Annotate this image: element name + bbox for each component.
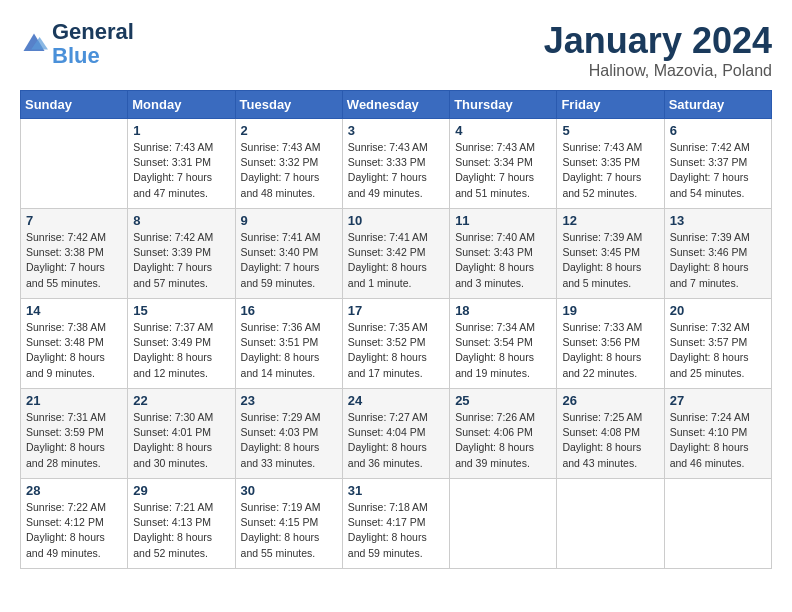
day-detail: Sunrise: 7:41 AMSunset: 3:40 PMDaylight:… (241, 230, 337, 291)
calendar-week-row: 1Sunrise: 7:43 AMSunset: 3:31 PMDaylight… (21, 119, 772, 209)
day-detail: Sunrise: 7:29 AMSunset: 4:03 PMDaylight:… (241, 410, 337, 471)
day-detail: Sunrise: 7:21 AMSunset: 4:13 PMDaylight:… (133, 500, 229, 561)
calendar-cell: 23Sunrise: 7:29 AMSunset: 4:03 PMDayligh… (235, 389, 342, 479)
day-number: 12 (562, 213, 658, 228)
logo: General Blue (20, 20, 134, 68)
calendar-cell: 22Sunrise: 7:30 AMSunset: 4:01 PMDayligh… (128, 389, 235, 479)
calendar-cell: 5Sunrise: 7:43 AMSunset: 3:35 PMDaylight… (557, 119, 664, 209)
day-detail: Sunrise: 7:43 AMSunset: 3:35 PMDaylight:… (562, 140, 658, 201)
day-detail: Sunrise: 7:43 AMSunset: 3:33 PMDaylight:… (348, 140, 444, 201)
calendar-cell: 3Sunrise: 7:43 AMSunset: 3:33 PMDaylight… (342, 119, 449, 209)
day-number: 28 (26, 483, 122, 498)
calendar-cell: 10Sunrise: 7:41 AMSunset: 3:42 PMDayligh… (342, 209, 449, 299)
day-number: 3 (348, 123, 444, 138)
day-detail: Sunrise: 7:27 AMSunset: 4:04 PMDaylight:… (348, 410, 444, 471)
day-detail: Sunrise: 7:43 AMSunset: 3:32 PMDaylight:… (241, 140, 337, 201)
day-detail: Sunrise: 7:31 AMSunset: 3:59 PMDaylight:… (26, 410, 122, 471)
day-number: 25 (455, 393, 551, 408)
calendar-cell: 14Sunrise: 7:38 AMSunset: 3:48 PMDayligh… (21, 299, 128, 389)
calendar-cell: 27Sunrise: 7:24 AMSunset: 4:10 PMDayligh… (664, 389, 771, 479)
calendar-cell: 18Sunrise: 7:34 AMSunset: 3:54 PMDayligh… (450, 299, 557, 389)
calendar-header-row: SundayMondayTuesdayWednesdayThursdayFrid… (21, 91, 772, 119)
day-number: 6 (670, 123, 766, 138)
calendar-cell: 19Sunrise: 7:33 AMSunset: 3:56 PMDayligh… (557, 299, 664, 389)
day-detail: Sunrise: 7:39 AMSunset: 3:46 PMDaylight:… (670, 230, 766, 291)
day-detail: Sunrise: 7:32 AMSunset: 3:57 PMDaylight:… (670, 320, 766, 381)
day-number: 27 (670, 393, 766, 408)
calendar-cell: 9Sunrise: 7:41 AMSunset: 3:40 PMDaylight… (235, 209, 342, 299)
calendar-cell: 2Sunrise: 7:43 AMSunset: 3:32 PMDaylight… (235, 119, 342, 209)
calendar-cell: 26Sunrise: 7:25 AMSunset: 4:08 PMDayligh… (557, 389, 664, 479)
calendar-cell (450, 479, 557, 569)
day-number: 30 (241, 483, 337, 498)
calendar-cell: 7Sunrise: 7:42 AMSunset: 3:38 PMDaylight… (21, 209, 128, 299)
day-number: 26 (562, 393, 658, 408)
day-header-wednesday: Wednesday (342, 91, 449, 119)
calendar-week-row: 21Sunrise: 7:31 AMSunset: 3:59 PMDayligh… (21, 389, 772, 479)
day-number: 18 (455, 303, 551, 318)
calendar-cell (21, 119, 128, 209)
day-detail: Sunrise: 7:40 AMSunset: 3:43 PMDaylight:… (455, 230, 551, 291)
day-detail: Sunrise: 7:43 AMSunset: 3:31 PMDaylight:… (133, 140, 229, 201)
day-number: 17 (348, 303, 444, 318)
day-header-tuesday: Tuesday (235, 91, 342, 119)
day-detail: Sunrise: 7:43 AMSunset: 3:34 PMDaylight:… (455, 140, 551, 201)
calendar-week-row: 7Sunrise: 7:42 AMSunset: 3:38 PMDaylight… (21, 209, 772, 299)
day-detail: Sunrise: 7:39 AMSunset: 3:45 PMDaylight:… (562, 230, 658, 291)
day-header-monday: Monday (128, 91, 235, 119)
day-detail: Sunrise: 7:25 AMSunset: 4:08 PMDaylight:… (562, 410, 658, 471)
day-number: 1 (133, 123, 229, 138)
calendar-cell: 17Sunrise: 7:35 AMSunset: 3:52 PMDayligh… (342, 299, 449, 389)
day-number: 22 (133, 393, 229, 408)
day-header-thursday: Thursday (450, 91, 557, 119)
day-detail: Sunrise: 7:37 AMSunset: 3:49 PMDaylight:… (133, 320, 229, 381)
calendar-cell: 15Sunrise: 7:37 AMSunset: 3:49 PMDayligh… (128, 299, 235, 389)
day-number: 15 (133, 303, 229, 318)
calendar-cell: 21Sunrise: 7:31 AMSunset: 3:59 PMDayligh… (21, 389, 128, 479)
logo-icon (20, 30, 48, 58)
calendar-table: SundayMondayTuesdayWednesdayThursdayFrid… (20, 90, 772, 569)
day-number: 16 (241, 303, 337, 318)
calendar-cell: 16Sunrise: 7:36 AMSunset: 3:51 PMDayligh… (235, 299, 342, 389)
day-detail: Sunrise: 7:26 AMSunset: 4:06 PMDaylight:… (455, 410, 551, 471)
day-detail: Sunrise: 7:41 AMSunset: 3:42 PMDaylight:… (348, 230, 444, 291)
calendar-cell: 28Sunrise: 7:22 AMSunset: 4:12 PMDayligh… (21, 479, 128, 569)
location-title: Halinow, Mazovia, Poland (544, 62, 772, 80)
day-number: 14 (26, 303, 122, 318)
day-detail: Sunrise: 7:36 AMSunset: 3:51 PMDaylight:… (241, 320, 337, 381)
day-number: 7 (26, 213, 122, 228)
day-header-saturday: Saturday (664, 91, 771, 119)
day-number: 20 (670, 303, 766, 318)
title-section: January 2024 Halinow, Mazovia, Poland (544, 20, 772, 80)
day-detail: Sunrise: 7:30 AMSunset: 4:01 PMDaylight:… (133, 410, 229, 471)
day-number: 23 (241, 393, 337, 408)
calendar-cell: 20Sunrise: 7:32 AMSunset: 3:57 PMDayligh… (664, 299, 771, 389)
day-number: 11 (455, 213, 551, 228)
calendar-cell (664, 479, 771, 569)
day-number: 9 (241, 213, 337, 228)
day-number: 10 (348, 213, 444, 228)
day-number: 21 (26, 393, 122, 408)
calendar-cell: 30Sunrise: 7:19 AMSunset: 4:15 PMDayligh… (235, 479, 342, 569)
calendar-cell: 12Sunrise: 7:39 AMSunset: 3:45 PMDayligh… (557, 209, 664, 299)
calendar-cell: 25Sunrise: 7:26 AMSunset: 4:06 PMDayligh… (450, 389, 557, 479)
day-detail: Sunrise: 7:42 AMSunset: 3:37 PMDaylight:… (670, 140, 766, 201)
month-title: January 2024 (544, 20, 772, 62)
day-detail: Sunrise: 7:34 AMSunset: 3:54 PMDaylight:… (455, 320, 551, 381)
calendar-cell: 24Sunrise: 7:27 AMSunset: 4:04 PMDayligh… (342, 389, 449, 479)
calendar-cell: 11Sunrise: 7:40 AMSunset: 3:43 PMDayligh… (450, 209, 557, 299)
page-header: General Blue January 2024 Halinow, Mazov… (20, 20, 772, 80)
calendar-cell: 13Sunrise: 7:39 AMSunset: 3:46 PMDayligh… (664, 209, 771, 299)
calendar-week-row: 14Sunrise: 7:38 AMSunset: 3:48 PMDayligh… (21, 299, 772, 389)
logo-text: General Blue (52, 20, 134, 68)
day-header-sunday: Sunday (21, 91, 128, 119)
day-detail: Sunrise: 7:19 AMSunset: 4:15 PMDaylight:… (241, 500, 337, 561)
day-number: 2 (241, 123, 337, 138)
day-detail: Sunrise: 7:42 AMSunset: 3:38 PMDaylight:… (26, 230, 122, 291)
calendar-cell: 31Sunrise: 7:18 AMSunset: 4:17 PMDayligh… (342, 479, 449, 569)
day-number: 24 (348, 393, 444, 408)
calendar-cell: 29Sunrise: 7:21 AMSunset: 4:13 PMDayligh… (128, 479, 235, 569)
day-detail: Sunrise: 7:42 AMSunset: 3:39 PMDaylight:… (133, 230, 229, 291)
calendar-cell: 6Sunrise: 7:42 AMSunset: 3:37 PMDaylight… (664, 119, 771, 209)
day-detail: Sunrise: 7:22 AMSunset: 4:12 PMDaylight:… (26, 500, 122, 561)
